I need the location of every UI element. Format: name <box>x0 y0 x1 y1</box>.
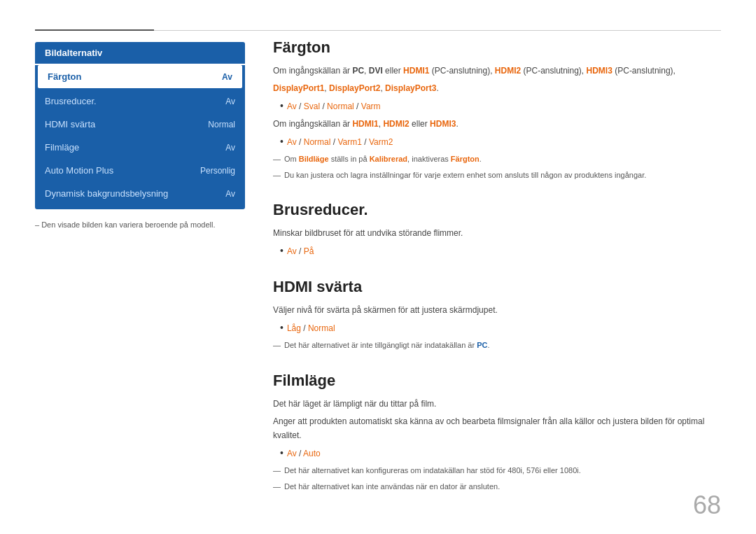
section-filmlage: FilmlägeDet här läget är lämpligt när du… <box>273 372 721 493</box>
sidebar-item-label: HDMI svärta <box>45 119 95 129</box>
paragraph: Anger att produkten automatiskt ska känn… <box>273 414 721 443</box>
top-line <box>35 29 721 31</box>
section-title: HDMI svärta <box>273 278 721 296</box>
sidebar-item[interactable]: Brusreducer.Av <box>35 90 245 113</box>
top-line-light <box>154 30 721 31</box>
paragraph: Det här läget är lämpligt när du tittar … <box>273 397 721 411</box>
sidebar-item-value: Normal <box>208 120 235 129</box>
note-line: Du kan justera och lagra inställningar f… <box>273 169 721 182</box>
note-line: Det här alternativet kan konfigureras om… <box>273 464 721 477</box>
sidebar-item[interactable]: Dynamisk bakgrundsbelysningAv <box>35 182 245 205</box>
sidebar-item-label: Filmläge <box>45 142 79 153</box>
bullet-item: Av / På <box>280 244 721 258</box>
sidebar-item[interactable]: FilmlägeAv <box>35 136 245 159</box>
sidebar-item-value: Av <box>225 143 235 153</box>
paragraph: DisplayPort1, DisplayPort2, DisplayPort3… <box>273 81 721 95</box>
page-number: 68 <box>693 491 721 520</box>
sidebar: Bildalternativ FärgtonAvBrusreducer.AvHD… <box>35 42 245 229</box>
section-title: Färgton <box>273 38 721 57</box>
sidebar-item[interactable]: Auto Motion PlusPersonlig <box>35 159 245 182</box>
paragraph: Om ingångskällan är PC, DVI eller HDMI1 … <box>273 64 721 78</box>
top-line-dark <box>35 29 154 31</box>
sidebar-item-label: Dynamisk bakgrundsbelysning <box>45 188 168 199</box>
sidebar-item-value: Av <box>222 72 232 82</box>
sidebar-note: – Den visade bilden kan variera beroende… <box>35 220 245 229</box>
paragraph: Om ingångskällan är HDMI1, HDMI2 eller H… <box>273 117 721 131</box>
section-hdmi-svarta: HDMI svärtaVäljer nivå för svärta på skä… <box>273 278 721 351</box>
section-brusreducer: Brusreducer.Minskar bildbruset för att u… <box>273 201 721 258</box>
sidebar-title: Bildalternativ <box>35 42 245 64</box>
bullet-item: Låg / Normal <box>280 321 721 335</box>
sidebar-item[interactable]: FärgtonAv <box>38 65 242 88</box>
sidebar-item-value: Av <box>225 97 235 106</box>
sidebar-item-value: Personlig <box>200 166 235 176</box>
bullet-item: Av / Auto <box>280 447 721 461</box>
paragraph: Väljer nivå för svärta på skärmen för at… <box>273 303 721 317</box>
sidebar-item[interactable]: HDMI svärtaNormal <box>35 113 245 136</box>
bullet-item: Av / Normal / Varm1 / Varm2 <box>280 135 721 149</box>
sidebar-item-label: Brusreducer. <box>45 96 97 106</box>
paragraph: Minskar bildbruset för att undvika störa… <box>273 226 721 240</box>
bullet-item: Av / Sval / Normal / Varm <box>280 99 721 113</box>
section-title: Filmläge <box>273 372 721 390</box>
section-title: Brusreducer. <box>273 201 721 219</box>
sidebar-item-label: Färgton <box>48 71 81 82</box>
section-fargton: FärgtonOm ingångskällan är PC, DVI eller… <box>273 38 721 181</box>
note-line: Det här alternativet är inte tillgänglig… <box>273 339 721 352</box>
sidebar-items: FärgtonAvBrusreducer.AvHDMI svärtaNormal… <box>35 65 245 209</box>
sidebar-item-value: Av <box>225 189 235 199</box>
note-line: Det här alternativet kan inte användas n… <box>273 480 721 493</box>
note-line: Om Bildläge ställs in på Kalibrerad, ina… <box>273 153 721 166</box>
main-content: FärgtonOm ingångskällan är PC, DVI eller… <box>273 38 721 499</box>
sidebar-item-label: Auto Motion Plus <box>45 165 113 176</box>
